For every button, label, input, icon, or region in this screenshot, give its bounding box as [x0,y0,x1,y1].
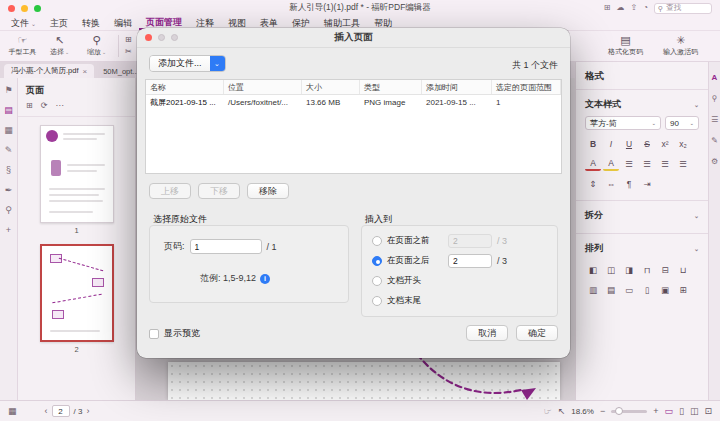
line-spacing-icon[interactable]: ⇕ [585,177,601,191]
source-page-input[interactable] [190,239,262,254]
menu-edit[interactable]: 编辑 [107,16,139,30]
radio-after-page-selected[interactable] [372,256,382,266]
option-document-start[interactable]: 文档开头 [372,273,547,289]
page-thumbnail-2-selected[interactable] [40,244,114,342]
stamps-tab-icon[interactable]: ✎ [711,137,718,145]
align-objects-bottom-icon[interactable]: ⊔ [675,263,691,277]
column-added-time[interactable]: 添加时间 [422,80,492,94]
single-page-view-icon[interactable]: ▭ [664,407,673,416]
same-size-icon[interactable]: ▣ [657,283,673,297]
option-before-page[interactable]: 在页面之前 / 3 [372,233,547,249]
cloud-icon[interactable]: ☁ [616,4,624,12]
enter-activation-code-button[interactable]: ✳ 输入激活码 [659,35,702,57]
zoom-slider[interactable] [611,410,647,413]
column-name[interactable]: 名称 [146,80,224,94]
font-size-select[interactable]: 90 ⌄ [665,116,699,130]
file-table-row[interactable]: 截屏2021-09-15 ... /Users/foxitnet/... 13.… [146,95,561,109]
current-page-input[interactable] [52,405,70,417]
after-page-input[interactable] [448,254,492,268]
format-tab-icon[interactable]: A [712,74,718,82]
properties-tab-icon[interactable]: ☰ [711,116,718,124]
notifications-icon[interactable]: ◔ [643,4,648,12]
font-family-select[interactable]: 苹方-简 ⌄ [585,116,661,130]
group-objects-icon[interactable]: ⊞ [675,283,691,297]
justify-icon[interactable]: ☰ [675,157,691,171]
clipboard-icon[interactable]: ✂ [125,48,132,56]
align-right-icon[interactable]: ☰ [657,157,673,171]
before-page-input[interactable] [448,234,492,248]
zoom-window-button[interactable] [34,5,41,12]
text-style-section-header[interactable]: 文本样式 ⌄ [585,98,699,111]
search-tab-icon[interactable]: ⚲ [712,95,718,103]
layers-icon[interactable]: ▦ [4,126,13,135]
zoom-slider-knob[interactable] [615,407,623,415]
same-height-icon[interactable]: ▯ [639,283,655,297]
select-tool-status-icon[interactable]: ↖ [558,407,566,416]
font-color-icon[interactable]: A [585,157,601,171]
radio-document-end[interactable] [372,296,382,306]
file-table[interactable]: 名称 位置 大小 类型 添加时间 选定的页面范围 截屏2021-09-15 ..… [145,79,562,174]
attachments-icon[interactable]: § [6,166,11,175]
document-tab-active[interactable]: 冯小惠-个人简历.pdf × [4,64,94,78]
close-window-button[interactable] [8,5,15,12]
annotations-icon[interactable]: ✎ [5,146,13,155]
format-page-number-button[interactable]: ▤ 格式化页码 [604,35,647,57]
column-type[interactable]: 类型 [360,80,422,94]
page-thumbnail-1[interactable] [40,125,114,223]
next-page-icon[interactable]: › [86,407,89,416]
indent-icon[interactable]: ⇥ [639,177,655,191]
bold-icon[interactable]: B [585,137,601,151]
layout-grid-icon[interactable]: ⊞ [604,4,611,12]
align-left-icon[interactable]: ☰ [621,157,637,171]
subscript-icon[interactable]: x₂ [675,137,691,151]
ok-button[interactable]: 确定 [516,325,558,341]
show-preview-option[interactable]: 显示预览 [149,327,200,340]
same-width-icon[interactable]: ▭ [621,283,637,297]
fullscreen-icon[interactable]: ⊡ [704,407,712,416]
zoom-out-icon[interactable]: − [600,407,605,416]
bookmarks-icon[interactable]: ⚑ [4,86,12,95]
align-objects-center-icon[interactable]: ◫ [603,263,619,277]
strikethrough-icon[interactable]: S [639,137,655,151]
previous-page-icon[interactable]: ‹ [45,407,48,416]
column-size[interactable]: 大小 [302,80,360,94]
remove-button[interactable]: 移除 [247,183,289,199]
select-tool-button[interactable]: ↖ 选择⌄ [41,35,78,57]
snapshot-icon[interactable]: ⊞ [125,36,132,44]
search-input[interactable]: ⚲ 查找 [654,3,712,14]
show-preview-checkbox[interactable] [149,329,159,339]
add-file-dropdown-button[interactable]: 添加文件... ⌄ [149,55,226,72]
superscript-icon[interactable]: x² [657,137,673,151]
select-all-pages-icon[interactable]: ⊞ [26,102,33,110]
panel-options-icon[interactable]: ⋯ [55,102,63,110]
hand-tool-status-icon[interactable]: ☞ [544,407,552,416]
continuous-view-icon[interactable]: ▯ [679,407,684,416]
arrange-section-header[interactable]: 排列 ⌄ [585,242,699,255]
highlight-color-icon[interactable]: A [603,157,619,171]
rotate-page-icon[interactable]: ⟳ [41,102,48,110]
dialog-close-button[interactable] [145,34,152,41]
hand-tool-button[interactable]: ☞ 手型工具 [4,35,41,57]
settings-tab-icon[interactable]: ⚙ [711,158,718,166]
radio-document-start[interactable] [372,276,382,286]
info-icon[interactable]: i [260,274,270,284]
underline-icon[interactable]: U [621,137,637,151]
close-tab-icon[interactable]: × [83,67,88,76]
char-spacing-icon[interactable]: ⇔ [603,177,619,191]
signatures-icon[interactable]: ✒ [5,186,13,195]
distribute-vertical-icon[interactable]: ▤ [603,283,619,297]
sidebar-toggle-icon[interactable]: ▦ [8,407,17,416]
distribute-horizontal-icon[interactable]: ▥ [585,283,601,297]
menu-file[interactable]: 文件⌄ [4,16,43,30]
menu-convert[interactable]: 转换 [75,16,107,30]
align-objects-left-icon[interactable]: ◧ [585,263,601,277]
page-thumbnails-icon[interactable]: ▤ [4,106,13,115]
share-icon[interactable]: ⇪ [630,4,637,12]
zoom-in-icon[interactable]: + [653,407,658,416]
facing-view-icon[interactable]: ◫ [690,407,699,416]
move-down-button[interactable]: 下移 [198,183,240,199]
option-document-end[interactable]: 文档末尾 [372,293,547,309]
align-objects-top-icon[interactable]: ⊓ [639,263,655,277]
zoom-tool-button[interactable]: ⚲ 缩放⌄ [78,35,115,57]
menu-home[interactable]: 主页 [43,16,75,30]
